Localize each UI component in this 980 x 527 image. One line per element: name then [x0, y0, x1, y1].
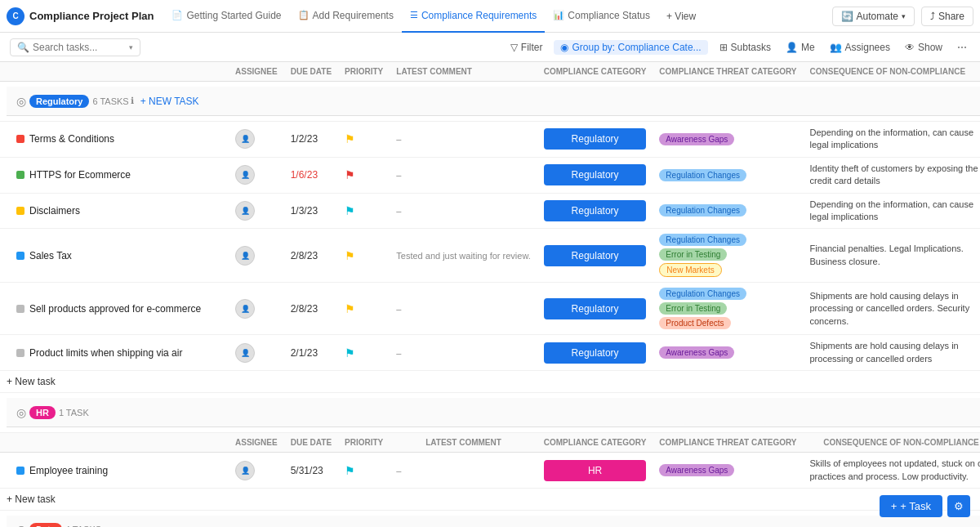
- col-compliance-category: COMPLIANCE CATEGORY: [537, 62, 653, 82]
- sub-col-due-1: DUE DATE: [284, 433, 338, 453]
- task-name-cell: Disclaimers: [0, 193, 229, 229]
- search-input[interactable]: [33, 42, 124, 53]
- section-row-data: ◎ Data 4 TASKS: [0, 510, 980, 527]
- table-row[interactable]: Terms & Conditions 👤 1/2/23 ⚑ – Regulato…: [0, 122, 980, 158]
- new-task-cell[interactable]: + New task: [0, 488, 980, 510]
- task-name-text[interactable]: Sell products approved for e-commerce: [29, 303, 201, 315]
- consequence-cell: Financial penalties. Legal Implications.…: [804, 229, 981, 283]
- view-button[interactable]: + View: [662, 9, 701, 24]
- more-button[interactable]: ⋯: [954, 40, 970, 55]
- new-task-btn-top[interactable]: + NEW TASK: [140, 96, 199, 107]
- consequence-cell: Shipments are hold causing delays in pro…: [804, 335, 981, 371]
- action-bar: + + Task ⚙: [880, 495, 970, 517]
- priority-flag[interactable]: ⚑: [345, 168, 355, 181]
- avatar: 👤: [235, 299, 255, 319]
- tab-icon-compliance-requirements: ☰: [410, 10, 418, 20]
- compliance-category-cell: Regulatory: [537, 335, 653, 371]
- task-name-text[interactable]: Product limits when shipping via air: [29, 347, 182, 359]
- table-row[interactable]: Employee training 👤 5/31/23 ⚑ – HR Aware…: [0, 453, 980, 489]
- section-task-count-hr: 1 TASK: [59, 408, 89, 418]
- table-row[interactable]: HTTPS for Ecommerce 👤 1/6/23 ⚑ – Regulat…: [0, 157, 980, 193]
- priority-cell: ⚑: [338, 122, 390, 158]
- col-consequence: CONSEQUENCE OF NON-COMPLIANCE: [804, 62, 981, 82]
- section-toggle-hr[interactable]: ◎: [16, 406, 26, 419]
- assignee-cell: 👤: [229, 335, 284, 371]
- task-name-text[interactable]: Disclaimers: [29, 205, 80, 217]
- table-body: ◎ Regulatory 6 TASKS ℹ + NEW TASK ✓ HIDE…: [0, 82, 980, 528]
- consequence-text: Financial penalties. Legal Implications.…: [810, 243, 964, 266]
- table-row[interactable]: Sell products approved for e-commerce 👤 …: [0, 283, 980, 335]
- tab-compliance-requirements[interactable]: ☰Compliance Requirements: [402, 0, 545, 33]
- show-label: Show: [918, 42, 942, 53]
- consequence-text: Skills of employees not updated, stuck o…: [810, 458, 981, 480]
- consequence-cell: Depending on the information, can cause …: [804, 193, 981, 229]
- group-by-button[interactable]: ◉ Group by: Compliance Cate...: [554, 40, 707, 55]
- avatar: 👤: [235, 165, 255, 185]
- tab-add-requirements[interactable]: 📋Add Requirements: [290, 0, 402, 33]
- new-task-row-regulatory[interactable]: + New task: [0, 371, 980, 393]
- avatar: 👤: [235, 343, 255, 363]
- priority-cell: ⚑: [338, 283, 390, 335]
- section-task-count-regulatory: 6 TASKS: [92, 96, 128, 106]
- task-name-cell: Employee training: [0, 453, 229, 489]
- threat-category-cell: Awareness Gaps: [653, 122, 803, 158]
- task-name-text[interactable]: Sales Tax: [29, 250, 72, 261]
- threat-category-cell: Awareness Gaps: [653, 335, 803, 371]
- due-date-text: 1/3/23: [291, 205, 318, 217]
- comment-text: –: [396, 134, 401, 144]
- tabs-container: 📄Getting Started Guide📋Add Requirements☰…: [163, 0, 658, 32]
- assignee-cell: 👤: [229, 193, 284, 229]
- table-container: ASSIGNEE DUE DATE PRIORITY LATEST COMMEN…: [0, 62, 980, 527]
- new-task-row-hr[interactable]: + New task: [0, 488, 980, 510]
- section-badge-regulatory: Regulatory: [29, 95, 89, 108]
- comment-cell: –: [390, 335, 537, 371]
- due-date-text: 5/31/23: [291, 465, 323, 476]
- col-latest-comment: LATEST COMMENT: [390, 62, 537, 82]
- due-date-text: 1/2/23: [291, 133, 318, 145]
- priority-flag[interactable]: ⚑: [345, 132, 355, 145]
- task-name-text[interactable]: HTTPS for Ecommerce: [29, 169, 131, 181]
- section-toggle-data[interactable]: ◎: [16, 523, 26, 527]
- assignees-label: Assignees: [845, 42, 890, 53]
- assignee-cell: 👤: [229, 283, 284, 335]
- task-name-text[interactable]: Employee training: [29, 465, 108, 476]
- threat-category-cell: Regulation ChangesError in TestingProduc…: [653, 283, 803, 335]
- priority-flag[interactable]: ⚑: [345, 464, 355, 477]
- tab-compliance-status[interactable]: 📊Compliance Status: [545, 0, 658, 33]
- threat-tag: New Markets: [659, 263, 721, 277]
- comment-text: –: [396, 466, 401, 476]
- automate-button[interactable]: 🔄 Automate ▾: [832, 7, 915, 26]
- priority-flag[interactable]: ⚑: [345, 249, 355, 262]
- section-toggle-regulatory[interactable]: ◎: [16, 95, 26, 108]
- priority-flag[interactable]: ⚑: [345, 204, 355, 217]
- new-task-cell[interactable]: + New task: [0, 371, 980, 393]
- filter-button[interactable]: ▽ Filter: [507, 40, 546, 55]
- assignees-button[interactable]: 👥 Assignees: [826, 40, 893, 55]
- compliance-category-cell: Regulatory: [537, 193, 653, 229]
- threat-tag: Error in Testing: [659, 248, 727, 261]
- tab-getting-started[interactable]: 📄Getting Started Guide: [163, 0, 289, 33]
- consequence-cell: Identity theft of customers by exposing …: [804, 157, 981, 193]
- table-row[interactable]: Product limits when shipping via air 👤 2…: [0, 335, 980, 371]
- top-bar-right: 🔄 Automate ▾ ⤴ Share: [832, 7, 973, 26]
- me-label: Me: [801, 42, 815, 53]
- settings-button[interactable]: ⚙: [947, 495, 970, 517]
- avatar: 👤: [235, 246, 255, 266]
- threat-category-cell: Regulation Changes: [653, 157, 803, 193]
- table-row[interactable]: Sales Tax 👤 2/8/23 ⚑ Tested and just wai…: [0, 229, 980, 283]
- show-button[interactable]: 👁 Show: [902, 40, 946, 55]
- table-row[interactable]: Disclaimers 👤 1/3/23 ⚑ – Regulatory Regu…: [0, 193, 980, 229]
- threat-tag: Awareness Gaps: [659, 464, 734, 476]
- me-button[interactable]: 👤 Me: [782, 40, 818, 55]
- settings-icon: ⚙: [954, 500, 964, 512]
- sub-col-priority-1: PRIORITY: [338, 433, 390, 453]
- subtasks-button[interactable]: ⊞ Subtasks: [716, 40, 774, 55]
- share-button[interactable]: ⤴ Share: [921, 7, 973, 26]
- task-name-text[interactable]: Terms & Conditions: [29, 133, 114, 145]
- task-color-dot: [16, 135, 24, 143]
- add-task-button[interactable]: + + Task: [880, 495, 942, 517]
- priority-flag[interactable]: ⚑: [345, 302, 355, 315]
- search-box[interactable]: 🔍 ▾: [10, 38, 140, 56]
- group-by-label: Group by: Compliance Cate...: [572, 42, 701, 53]
- priority-flag[interactable]: ⚑: [345, 346, 355, 360]
